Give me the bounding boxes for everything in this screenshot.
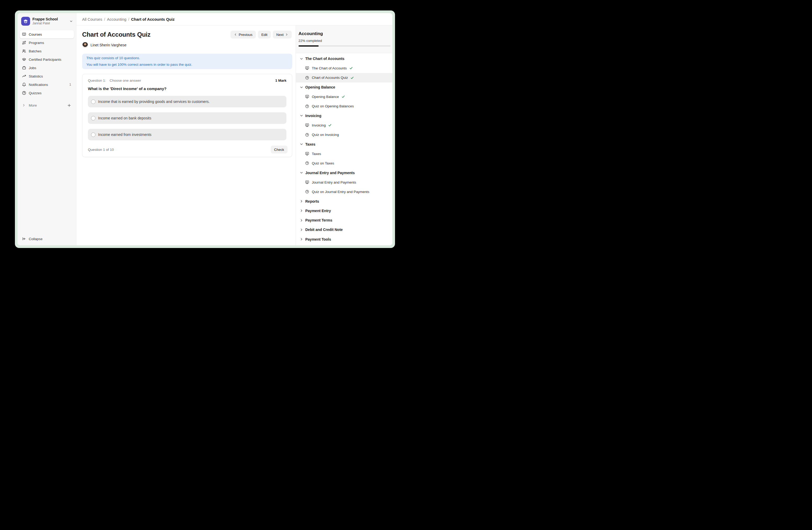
help-circle-icon	[305, 104, 309, 108]
course-outline: The Chart of Accounts The Chart of Accou…	[296, 53, 392, 245]
plus-icon[interactable]	[67, 103, 71, 107]
sidebar-item-programs[interactable]: Programs	[20, 39, 74, 47]
left-sidebar: Frappe School Jannat Patel Courses Pro	[17, 13, 76, 245]
breadcrumb: All Courses / Accounting / Chart of Acco…	[82, 17, 174, 22]
chevron-down-icon	[300, 114, 304, 117]
chevron-right-icon	[300, 209, 304, 213]
sidebar-more[interactable]: More	[20, 101, 74, 110]
outline-lesson[interactable]: Journal Entry and Payments	[296, 178, 392, 187]
answer-option[interactable]: Income that is earned by providing goods…	[88, 96, 287, 107]
frappe-school-logo	[21, 17, 30, 26]
page-title: Chart of Accounts Quiz	[82, 31, 231, 38]
course-progress-header: Accounting 22% completed	[296, 25, 392, 53]
outline-quiz-label: Quiz on Opening Balances	[312, 104, 354, 108]
chevron-down-icon	[300, 171, 304, 175]
next-button[interactable]: Next	[273, 31, 292, 39]
question-card: Question 1: Choose one answer 1 Mark Wha…	[82, 74, 292, 157]
sidebar-item-courses[interactable]: Courses	[20, 30, 74, 39]
answer-option-label: Income earned from investments	[98, 132, 151, 137]
outline-quiz[interactable]: Quiz on Taxes	[296, 158, 392, 168]
outline-lesson[interactable]: Taxes	[296, 149, 392, 158]
breadcrumb-all-courses[interactable]: All Courses	[82, 17, 102, 22]
radio-button-icon[interactable]	[91, 99, 96, 104]
chevron-right-icon	[300, 199, 304, 203]
notification-count-badge: 1	[69, 83, 71, 86]
outline-quiz-label: Chart of Accounts Quiz	[312, 76, 348, 80]
outline-section-label: Invoicing	[305, 114, 321, 118]
outline-section[interactable]: Invoicing	[296, 111, 392, 121]
check-label: Check	[274, 148, 284, 152]
sidebar-item-batches[interactable]: Batches	[20, 47, 74, 55]
course-outline-panel: Accounting 22% completed The Chart of Ac…	[295, 25, 392, 245]
outline-section[interactable]: Taxes	[296, 140, 392, 149]
edit-button[interactable]: Edit	[258, 31, 271, 39]
outline-section-label: Journal Entry and Payments	[305, 171, 355, 175]
outline-section-label: Payment Terms	[305, 218, 332, 222]
chevron-down-icon[interactable]	[69, 19, 73, 23]
outline-lesson[interactable]: The Chart of Accounts	[296, 64, 392, 73]
previous-label: Previous	[238, 33, 252, 37]
chevron-right-icon	[300, 219, 304, 222]
collapse-sidebar-icon	[22, 237, 26, 241]
graduation-cap-icon	[22, 57, 26, 61]
notice-line-1: This quiz consists of 10 questions.	[86, 55, 288, 61]
users-icon	[22, 49, 26, 53]
answer-option[interactable]: Income earned from investments	[88, 129, 287, 140]
outline-section-collapsed[interactable]: Debit and Credit Note	[296, 225, 392, 234]
outline-section-label: Payment Tools	[305, 237, 331, 241]
breadcrumb-course[interactable]: Accounting	[107, 17, 126, 22]
briefcase-icon	[22, 66, 26, 70]
app-window: Frappe School Jannat Patel Courses Pro	[17, 13, 392, 245]
app-window-frame: Frappe School Jannat Patel Courses Pro	[15, 11, 395, 248]
radio-button-icon[interactable]	[91, 132, 96, 137]
sidebar-item-label: Jobs	[29, 66, 72, 70]
sidebar-item-label: Certified Participants	[29, 58, 72, 61]
workspace-switcher[interactable]: Frappe School Jannat Patel	[21, 16, 73, 26]
notice-line-2: You will have to get 100% correct answer…	[86, 61, 288, 68]
check-icon	[350, 76, 354, 80]
outline-section-collapsed[interactable]: Payment Terms	[296, 215, 392, 225]
outline-lesson[interactable]: Invoicing	[296, 121, 392, 130]
outline-section-collapsed[interactable]: Payment Entry	[296, 206, 392, 215]
radio-button-icon[interactable]	[91, 116, 96, 121]
outline-quiz[interactable]: Quiz on Invoicing	[296, 130, 392, 139]
sidebar-item-statistics[interactable]: Notifications Statistics	[20, 72, 74, 80]
book-open-icon	[22, 32, 26, 37]
outline-section[interactable]: The Chart of Accounts	[296, 54, 392, 64]
chevron-right-icon	[22, 103, 26, 107]
question-instruction: Choose one answer	[110, 79, 141, 83]
monitor-play-icon	[305, 180, 309, 184]
outline-lesson-label: Invoicing	[312, 123, 326, 127]
outline-quiz-active[interactable]: Chart of Accounts Quiz	[296, 73, 392, 83]
question-text: What is the 'Direct Income' of a company…	[88, 86, 287, 91]
breadcrumb-separator: /	[104, 17, 105, 22]
help-circle-icon	[22, 91, 26, 95]
sidebar-item-notifications[interactable]: Notifications 1	[20, 80, 74, 89]
outline-lesson-label: Journal Entry and Payments	[312, 180, 356, 184]
help-circle-icon	[305, 190, 309, 194]
author-row: Linet Sherin Varghese	[82, 42, 292, 48]
outline-section[interactable]: Journal Entry and Payments	[296, 168, 392, 178]
route-icon	[22, 41, 26, 45]
bell-icon	[22, 83, 26, 87]
progress-bar-fill	[299, 45, 319, 46]
outline-quiz[interactable]: Quiz on Journal Entry and Payments	[296, 187, 392, 196]
monitor-play-icon	[305, 66, 309, 70]
sidebar-collapse-button[interactable]: Collapse	[20, 235, 74, 243]
sidebar-item-certified-participants[interactable]: Certified Participants	[20, 55, 74, 64]
check-button[interactable]: Check	[271, 145, 288, 153]
outline-lesson[interactable]: Opening Balance	[296, 92, 392, 101]
course-title: Accounting	[299, 31, 390, 37]
outline-quiz[interactable]: Quiz on Opening Balances	[296, 101, 392, 111]
help-circle-icon	[305, 161, 309, 165]
sidebar-item-jobs[interactable]: Jobs	[20, 64, 74, 72]
answer-option[interactable]: Income earned on bank deposits	[88, 112, 287, 124]
previous-button[interactable]: Previous	[231, 31, 256, 39]
sidebar-item-quizzes[interactable]: Quizzes	[20, 89, 74, 97]
outline-section[interactable]: Opening Balance	[296, 83, 392, 92]
outline-section-collapsed[interactable]: Payment Tools	[296, 235, 392, 244]
answer-option-label: Income that is earned by providing goods…	[98, 99, 209, 104]
outline-section-label: Payment Entry	[305, 209, 331, 213]
outline-section-collapsed[interactable]: Reports	[296, 196, 392, 206]
check-icon	[342, 95, 345, 98]
